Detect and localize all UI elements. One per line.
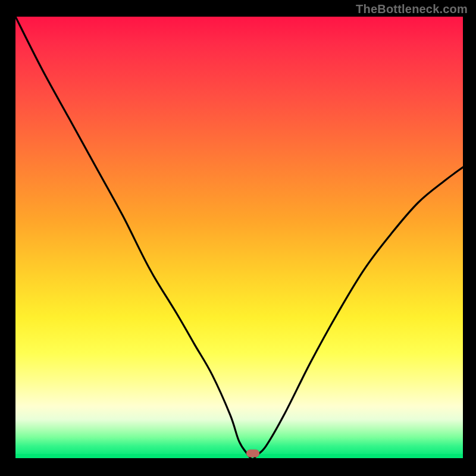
- chart-stage: TheBottleneck.com: [0, 0, 476, 476]
- watermark-text: TheBottleneck.com: [356, 2, 468, 16]
- baseline: [15, 458, 463, 459]
- plot-area: [15, 17, 463, 459]
- bottleneck-curve: [15, 17, 463, 459]
- optimal-point-marker: [246, 449, 259, 457]
